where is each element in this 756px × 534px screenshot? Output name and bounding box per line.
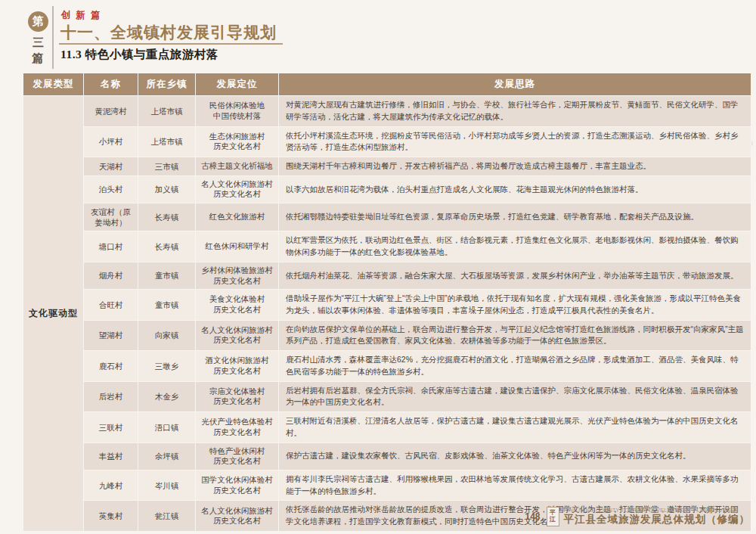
positioning-cell: 名人文化休闲旅游村 历史文化名村 [196, 501, 279, 532]
pingjiang-seal-icon: 平 江 [547, 507, 559, 526]
positioning-cell: 乡村休闲体验旅游村 历史文化名村 [196, 262, 279, 289]
table-row: 三联村浯口镇光伏产业特色体验村 历史文化名村三联村附近有浯溪桥、江澄清名人故居等… [23, 412, 751, 443]
table-row: 后岩村木金乡宗庙文化体验村 历史文化名村后岩村拥有后岩墓群、保全方氏宗祠、余氏家… [23, 381, 751, 412]
table-body: 文化驱动型黄泥湾村上塔市镇民俗休闲体验地 中国传统村落对黄泥湾大屋现有古建筑进行… [23, 96, 751, 532]
column-header-2: 所在乡镇 [138, 73, 196, 96]
development-idea-cell: 拥有岑川李氏宗祠等古遗古建、利用猕猴桃果园，农田林地等发展传统文化学习、古遗古建… [279, 470, 751, 501]
table-row: 文化驱动型黄泥湾村上塔市镇民俗休闲体验地 中国传统村落对黄泥湾大屋现有古建筑进行… [23, 96, 751, 127]
document-page: creaview creaview 创绘天下旅游机构 创绘天下旅游机构 第 三 … [0, 0, 756, 534]
table-row: 丰益村余坪镇特色产业休闲村 历史文化名村保护古遗古建，建设集农家餐饮、古风民宿、… [23, 442, 751, 470]
village-name-cell: 黄泥湾村 [84, 96, 138, 127]
table-header-row: 发展类型名称所在乡镇发展定位发展思路 [23, 73, 751, 96]
title-rule [59, 43, 283, 45]
township-cell: 岑川镇 [138, 470, 196, 501]
development-idea-cell: 围绕天湖村千年古樟和周边餐厅，开发古樟祈福产品，将周边餐厅改造成古樟主题餐厅，丰… [279, 157, 751, 176]
table-row: 烟舟村童市镇乡村休闲体验旅游村 历史文化名村依托烟舟村油菜花、油茶等资源，融合朱… [23, 262, 751, 289]
table-row: 天湖村三市镇古樟主题文化祈福地围绕天湖村千年古樟和周边餐厅，开发古樟祈福产品，将… [23, 157, 751, 176]
village-name-cell: 丰益村 [84, 442, 138, 470]
development-idea-cell: 借助垛子屋作为“平江十大碗”登上“舌尖上中国”的承载地，依托于现有知名度，扩大现… [279, 290, 751, 321]
township-cell: 童市镇 [138, 262, 196, 289]
column-header-1: 名称 [84, 73, 138, 96]
village-name-cell: 英集村 [84, 501, 138, 532]
table-row: 泊头村加义镇名人文化休闲旅游村 历史文化名村以李六如故居和汨花湾为载体，泊头村重… [23, 175, 751, 203]
development-idea-cell: 对黄泥湾大屋现有古建筑进行修缮，修旧如旧，与协会、学校、旅行社等合作，定期开展粉… [279, 96, 751, 127]
township-cell: 童市镇 [138, 290, 196, 321]
development-idea-cell: 依托烟舟村油菜花、油茶等资源，融合朱家大屋、大石板屋场等资源，发展乡村休闲产业，… [279, 262, 751, 289]
township-cell: 上塔市镇 [138, 126, 196, 157]
development-idea-cell: 鹿石村山清水秀，森林覆盖率达62%，充分挖掘鹿石村的酒文化，打造瑚佩谷酒之乡品牌… [279, 351, 751, 382]
table-row: 小坪村上塔市镇生态休闲旅游村 历史文化名村依托小坪村溪流生态环境，挖掘粉皮节等民… [23, 126, 751, 157]
township-cell: 上塔市镇 [138, 96, 196, 127]
positioning-cell: 名人文化休闲旅游村 历史文化名村 [196, 320, 279, 351]
positioning-cell: 酒文化休闲旅游村 历史文化名村 [196, 351, 279, 382]
chapter-char: 三 [33, 36, 44, 50]
table-row: 塘口村长寿镇红色休闲和研学村以红军营景区为依托，联动周边红色景点、街区，结合影视… [23, 231, 751, 262]
village-name-cell: 九峰村 [84, 470, 138, 501]
footer-caption: PINGJIANG COUNTY TOURISM DEVELOPMENT PLA… [564, 508, 751, 526]
table-row: 九峰村岑川镇国学文化休闲体验村 历史文化名村拥有岑川李氏宗祠等古遗古建、利用猕猴… [23, 470, 751, 501]
page-number: 148 [525, 511, 540, 522]
positioning-cell: 美食文化体验村 历史文化名村 [196, 290, 279, 321]
township-cell: 加义镇 [138, 175, 196, 203]
development-idea-cell: 保护古遗古建，建设集农家餐饮、古风民宿、皮影戏体验、油茶文化体验、特色产业休闲等… [279, 442, 751, 470]
township-cell: 三墩乡 [138, 351, 196, 382]
table-row: 望湖村向家镇名人文化休闲旅游村 历史文化名村在向钧故居保护文保单位的基础上，联合… [23, 320, 751, 351]
development-type-cell: 文化驱动型 [23, 96, 84, 532]
positioning-cell: 光伏产业特色体验村 历史文化名村 [196, 412, 279, 443]
positioning-cell: 宗庙文化体验村 历史文化名村 [196, 381, 279, 412]
table-row: 友谊村（原姜坳村）长寿镇红色文化旅游村依托湘鄂赣边特委驻姜坳旧址等红色资源，复原… [23, 203, 751, 231]
development-idea-cell: 依托湘鄂赣边特委驻姜坳旧址等红色资源，复原革命历史场景，打造红色党建、研学教育基… [279, 203, 751, 231]
village-name-cell: 三联村 [84, 412, 138, 443]
township-cell: 瓮江镇 [138, 501, 196, 532]
chapter-divider [52, 6, 54, 69]
chapter-char: 篇 [32, 51, 43, 66]
township-cell: 长寿镇 [138, 231, 196, 262]
township-cell: 向家镇 [138, 320, 196, 351]
positioning-cell: 名人文化休闲旅游村 历史文化名村 [196, 175, 279, 203]
village-name-cell: 望湖村 [84, 320, 138, 351]
township-cell: 木金乡 [138, 381, 196, 412]
village-name-cell: 后岩村 [84, 381, 138, 412]
township-cell: 三市镇 [138, 157, 196, 176]
positioning-cell: 特色产业休闲村 历史文化名村 [196, 442, 279, 470]
footer-caption-zh: 平江县全域旅游发展总体规划（修编） [564, 513, 751, 526]
positioning-cell: 红色文化旅游村 [196, 203, 279, 231]
township-cell: 长寿镇 [138, 203, 196, 231]
positioning-cell: 红色休闲和研学村 [196, 231, 279, 262]
village-name-cell: 泊头村 [84, 175, 138, 203]
development-idea-cell: 依托小坪村溪流生态环境，挖掘粉皮节等民俗活动，小坪村郑功成等乡贤人士的资源，打造… [279, 126, 751, 157]
village-name-cell: 小坪村 [84, 126, 138, 157]
positioning-cell: 民俗休闲体验地 中国传统村落 [196, 96, 279, 127]
page-title: 十一、全域镇村发展引导规划 [60, 22, 277, 43]
township-cell: 浯口镇 [138, 412, 196, 443]
seal-char: 江 [550, 517, 556, 523]
village-name-cell: 天湖村 [84, 157, 138, 176]
table-row: 鹿石村三墩乡酒文化休闲旅游村 历史文化名村鹿石村山清水秀，森林覆盖率达62%，充… [23, 351, 751, 382]
page-footer: 148 平 江 PINGJIANG COUNTY TOURISM DEVELOP… [525, 507, 750, 526]
village-name-cell: 烟舟村 [84, 262, 138, 289]
column-header-0: 发展类型 [23, 73, 84, 96]
column-header-3: 发展定位 [196, 73, 279, 96]
positioning-cell: 古樟主题文化祈福地 [196, 157, 279, 176]
village-name-cell: 友谊村（原姜坳村） [84, 203, 138, 231]
village-name-cell: 塘口村 [84, 231, 138, 262]
positioning-cell: 生态休闲旅游村 历史文化名村 [196, 126, 279, 157]
chapter-badge: 第 [28, 11, 48, 32]
village-name-cell: 鹿石村 [84, 351, 138, 382]
development-idea-cell: 三联村附近有浯溪桥、江澄清名人故居等，保护古遗古建，建设集古遗古建观光展示、光伏… [279, 412, 751, 443]
section-eyebrow: 创新篇 [61, 9, 106, 22]
development-idea-cell: 以红军营景区为依托，联动周边红色景点、街区，结合影视元素，打造集红色文化展示、老… [279, 231, 751, 262]
development-idea-cell: 后岩村拥有后岩墓群、保全方氏宗祠、余氏家庙等古遗古建，建设集古遗保护、宗庙文化展… [279, 381, 751, 412]
column-header-4: 发展思路 [279, 73, 751, 96]
development-idea-cell: 以李六如故居和汨花湾为载体，泊头村重点打造成名人文化展陈、花海主题观光休闲的特色… [279, 175, 751, 203]
footer-caption-en: PINGJIANG COUNTY TOURISM DEVELOPMENT PLA… [564, 508, 739, 513]
positioning-cell: 国学文化休闲体验村 历史文化名村 [196, 470, 279, 501]
township-cell: 余坪镇 [138, 442, 196, 470]
page-subtitle: 11.3 特色小镇与重点旅游村落 [60, 47, 218, 63]
development-idea-cell: 在向钧故居保护文保单位的基础上，联合周边进行整合开发，与平江起义纪念馆等打造红色… [279, 320, 751, 351]
villages-table-wrap: 发展类型名称所在乡镇发展定位发展思路 文化驱动型黄泥湾村上塔市镇民俗休闲体验地 … [23, 73, 751, 532]
villages-table: 发展类型名称所在乡镇发展定位发展思路 文化驱动型黄泥湾村上塔市镇民俗休闲体验地 … [23, 73, 751, 532]
village-name-cell: 合旺村 [84, 290, 138, 321]
table-row: 合旺村童市镇美食文化体验村 历史文化名村借助垛子屋作为“平江十大碗”登上“舌尖上… [23, 290, 751, 321]
